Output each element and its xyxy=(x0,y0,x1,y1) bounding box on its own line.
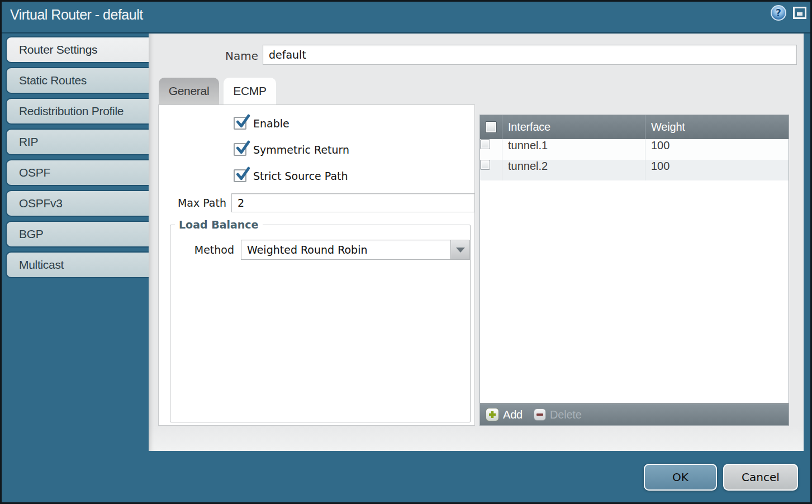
tab-label: General xyxy=(169,84,210,98)
table-toolbar: Add Delete xyxy=(480,403,789,425)
ok-button[interactable]: OK xyxy=(644,464,717,491)
sidebar-item-ospfv3[interactable]: OSPFv3 xyxy=(6,190,149,217)
add-label: Add xyxy=(503,408,523,421)
delete-label: Delete xyxy=(550,408,582,421)
sidebar-item-ospf[interactable]: OSPF xyxy=(6,159,149,186)
table-row[interactable]: tunnel.1 100 xyxy=(480,139,789,160)
window-title: Virtual Router - default xyxy=(10,7,143,23)
enable-label: Enable xyxy=(253,117,289,130)
sidebar-item-bgp[interactable]: BGP xyxy=(6,221,149,248)
method-label: Method xyxy=(170,240,234,260)
cancel-button[interactable]: Cancel xyxy=(723,464,798,491)
table-header: Interface Weight xyxy=(480,115,789,139)
add-button[interactable]: Add xyxy=(486,408,523,421)
checkmark-icon xyxy=(235,115,250,129)
column-header-interface: Interface xyxy=(502,115,645,139)
name-input[interactable] xyxy=(263,45,797,65)
tab-ecmp[interactable]: ECMP xyxy=(224,78,276,104)
sidebar-item-rip[interactable]: RIP xyxy=(6,129,149,155)
content-panel: Name General ECMP Enable Symmetric Retur… xyxy=(149,34,804,451)
header-check-cell xyxy=(480,115,502,139)
row-check-cell xyxy=(480,139,502,160)
column-header-weight: Weight xyxy=(645,115,789,139)
sidebar-item-label: RIP xyxy=(19,135,38,149)
sidebar-item-multicast[interactable]: Multicast xyxy=(6,251,149,278)
tab-general[interactable]: General xyxy=(159,78,219,104)
table-row[interactable]: tunnel.2 100 xyxy=(480,160,789,180)
symmetric-return-checkbox[interactable] xyxy=(234,143,246,156)
enable-checkbox[interactable] xyxy=(234,117,246,130)
max-path-label: Max Path xyxy=(159,193,226,213)
popout-icon[interactable] xyxy=(793,7,806,19)
sidebar-item-label: Redistribution Profile xyxy=(19,104,124,118)
name-label: Name xyxy=(149,46,258,66)
row-checkbox[interactable] xyxy=(480,160,490,170)
load-balance-fieldset: Load Balance Method Weighted Round Robin xyxy=(170,225,471,422)
ok-label: OK xyxy=(672,470,688,484)
sidebar: Router Settings Static Routes Redistribu… xyxy=(6,36,149,282)
cancel-label: Cancel xyxy=(742,470,780,484)
load-balance-legend: Load Balance xyxy=(175,218,263,231)
enable-row: Enable xyxy=(234,117,289,130)
cell-interface: tunnel.1 xyxy=(502,139,645,160)
sidebar-item-label: Static Routes xyxy=(19,74,87,87)
method-select[interactable]: Weighted Round Robin xyxy=(241,240,470,260)
ecmp-tab-panel: Enable Symmetric Return Strict Source Pa… xyxy=(158,104,475,426)
select-all-checkbox[interactable] xyxy=(485,121,497,133)
sidebar-item-label: BGP xyxy=(19,227,43,241)
plus-icon xyxy=(486,408,499,421)
row-check-cell xyxy=(480,160,502,180)
chevron-down-icon[interactable] xyxy=(450,240,469,259)
sidebar-item-redistribution-profile[interactable]: Redistribution Profile xyxy=(6,98,149,125)
row-checkbox[interactable] xyxy=(480,139,490,149)
max-path-input[interactable] xyxy=(231,193,475,212)
delete-button[interactable]: Delete xyxy=(534,408,582,421)
sidebar-item-label: OSPFv3 xyxy=(19,197,63,210)
sidebar-item-label: Multicast xyxy=(19,258,64,272)
checkmark-icon xyxy=(235,167,250,182)
checkmark-icon xyxy=(235,141,250,155)
tab-label: ECMP xyxy=(233,84,266,98)
symmetric-return-label: Symmetric Return xyxy=(253,144,349,156)
minus-icon xyxy=(534,408,546,421)
method-selected-value: Weighted Round Robin xyxy=(241,244,450,256)
strict-source-path-label: Strict Source Path xyxy=(253,170,348,182)
help-icon[interactable]: ? xyxy=(771,5,786,21)
sidebar-item-label: OSPF xyxy=(19,166,50,179)
cell-interface: tunnel.2 xyxy=(502,160,645,180)
strict-source-path-checkbox[interactable] xyxy=(234,169,246,182)
sidebar-item-label: Router Settings xyxy=(19,43,97,56)
sidebar-item-static-routes[interactable]: Static Routes xyxy=(6,67,149,94)
cell-weight: 100 xyxy=(645,139,789,160)
strict-source-path-row: Strict Source Path xyxy=(234,169,348,182)
titlebar: Virtual Router - default ? xyxy=(0,0,812,34)
sidebar-item-router-settings[interactable]: Router Settings xyxy=(6,36,149,63)
interface-table: Interface Weight tunnel.1 100 tunnel.2 1… xyxy=(479,115,789,426)
cell-weight: 100 xyxy=(645,160,789,180)
symmetric-return-row: Symmetric Return xyxy=(234,143,349,156)
